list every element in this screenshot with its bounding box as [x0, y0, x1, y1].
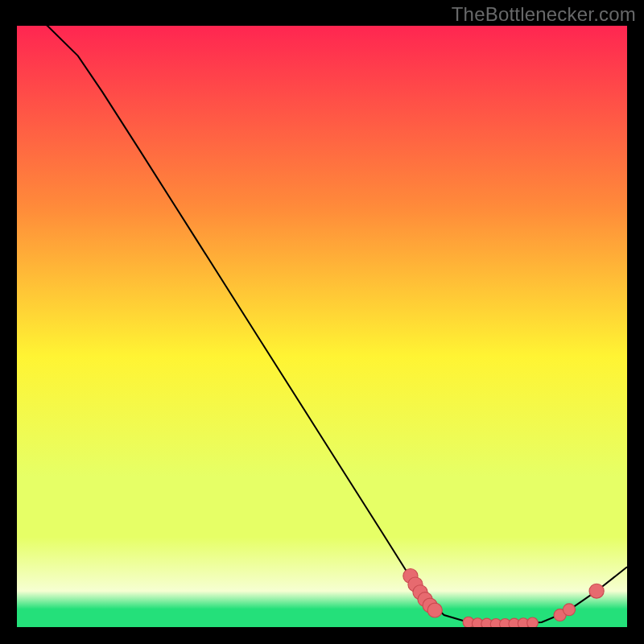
curve-marker	[589, 584, 604, 598]
chart-container: TheBottlenecker.com	[0, 0, 644, 644]
curve-marker	[427, 603, 442, 617]
chart-svg	[17, 26, 627, 627]
plot-area	[17, 26, 627, 627]
curve-marker	[563, 604, 575, 616]
attribution-label: TheBottlenecker.com	[452, 3, 636, 26]
gradient-background	[17, 26, 627, 627]
curve-marker	[527, 617, 539, 627]
